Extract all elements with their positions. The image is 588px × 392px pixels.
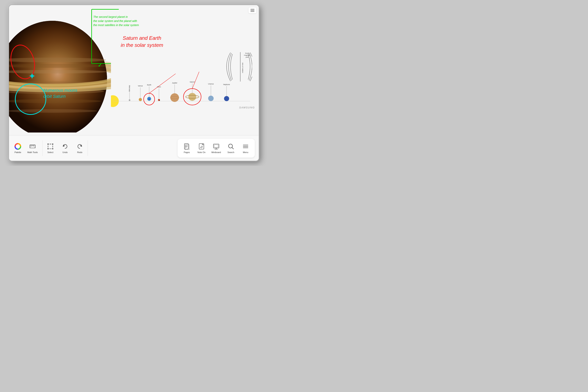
svg-point-73 <box>52 144 53 145</box>
select-button[interactable]: Select <box>44 138 57 158</box>
svg-point-78 <box>48 146 48 147</box>
cyan-text-annotation: Numerous moons orbit Saturn <box>43 88 78 100</box>
svg-point-77 <box>50 148 51 149</box>
select-label: Select <box>48 151 54 154</box>
cyan-star-annotation: ✦ <box>28 72 35 81</box>
svg-point-72 <box>48 144 48 145</box>
miniboard-icon <box>212 142 220 150</box>
svg-text:South: South <box>245 52 249 54</box>
svg-point-62 <box>17 145 19 148</box>
undo-button[interactable]: Undo <box>58 138 72 158</box>
svg-text:pole: pole <box>246 56 249 58</box>
hamburger-line-1 <box>250 9 254 10</box>
svg-point-25 <box>129 99 130 101</box>
svg-marker-81 <box>80 145 82 147</box>
svg-text:Axis of rotation: Axis of rotation <box>242 63 244 73</box>
svg-rect-71 <box>48 144 53 149</box>
svg-text:Neptune: Neptune <box>223 84 230 86</box>
svg-line-94 <box>232 148 234 149</box>
tools-left-group: Palette <box>9 138 41 158</box>
pages-button[interactable]: Pages <box>180 140 194 156</box>
toolbar-divider-2 <box>88 140 88 156</box>
search-label: Search <box>228 151 234 154</box>
redo-icon <box>76 142 84 150</box>
svg-point-32 <box>148 98 150 100</box>
palette-icon <box>14 142 22 150</box>
svg-rect-92 <box>214 145 218 147</box>
menu-label: Menu <box>243 151 248 154</box>
svg-text:magnetic: magnetic <box>244 54 250 56</box>
note-on-label: Note On <box>198 151 206 154</box>
palette-button[interactable]: Palette <box>11 138 25 158</box>
svg-line-88 <box>200 147 201 148</box>
search-button[interactable]: Search <box>224 140 238 156</box>
pages-label: Pages <box>184 151 190 154</box>
svg-point-36 <box>159 100 160 101</box>
toolbar: Palette <box>9 135 259 161</box>
redo-button[interactable]: Redo <box>73 138 87 158</box>
hamburger-line-3 <box>250 11 254 12</box>
math-tools-label: Math Tools <box>28 151 38 154</box>
search-icon <box>227 142 235 150</box>
miniboard-button[interactable]: Miniboard <box>209 140 223 156</box>
select-icon <box>46 142 54 150</box>
green-text-annotation: The second largest planet in the solar s… <box>93 15 152 27</box>
menu-button[interactable]: Menu <box>239 140 252 156</box>
svg-point-76 <box>50 144 51 144</box>
svg-text:Mercury: Mercury <box>128 85 130 92</box>
svg-point-50 <box>224 96 229 101</box>
svg-point-79 <box>52 146 53 147</box>
note-on-button[interactable]: Note On <box>195 140 208 156</box>
miniboard-label: Miniboard <box>212 151 221 154</box>
math-tools-button[interactable]: Math Tools <box>26 138 40 158</box>
svg-point-47 <box>208 96 214 101</box>
svg-point-43 <box>188 93 196 101</box>
hamburger-line-2 <box>250 10 254 10</box>
svg-line-55 <box>192 72 199 88</box>
svg-text:Uranus: Uranus <box>208 83 214 85</box>
tools-middle-group: Select Undo <box>44 138 87 158</box>
svg-text:Venus: Venus <box>138 85 143 87</box>
menu-button-top[interactable] <box>248 8 256 13</box>
note-on-icon <box>198 142 206 150</box>
menu-icon <box>242 142 250 150</box>
undo-icon <box>61 142 69 150</box>
canvas-area[interactable]: ✓ ✦ Numerous moons orbit Saturn The seco… <box>9 5 259 136</box>
svg-line-54 <box>149 74 176 93</box>
svg-marker-80 <box>63 145 65 147</box>
svg-point-28 <box>139 98 142 101</box>
svg-point-74 <box>48 148 48 149</box>
svg-point-39 <box>170 93 179 102</box>
svg-text:Jupiter: Jupiter <box>172 82 177 84</box>
red-text-annotation: Saturn and Earth in the solar system <box>121 34 163 49</box>
svg-text:Earth: Earth <box>147 84 151 86</box>
undo-label: Undo <box>62 151 68 154</box>
svg-text:Saturn: Saturn <box>190 81 195 83</box>
solar-system-diagram: Mercury Venus Earth Mars <box>111 50 252 119</box>
cyan-circle-annotation <box>15 84 46 115</box>
svg-point-75 <box>52 148 53 149</box>
palette-label: Palette <box>14 151 21 154</box>
screen: ✓ ✦ Numerous moons orbit Saturn The seco… <box>8 4 259 161</box>
toolbar-divider-1 <box>42 140 42 156</box>
tools-far-right-group: Pages Note On <box>178 139 255 158</box>
math-tools-icon <box>28 142 36 150</box>
pages-icon <box>183 142 191 150</box>
redo-label: Redo <box>77 151 82 154</box>
samsung-branding: SAMSUNG <box>239 106 255 109</box>
